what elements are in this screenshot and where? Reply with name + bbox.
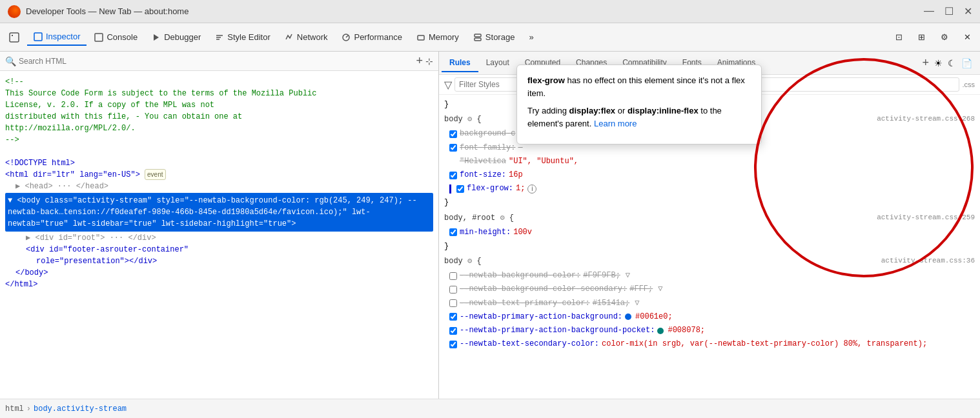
add-node-button[interactable]: + <box>416 54 423 68</box>
breadcrumb-html[interactable]: html <box>5 404 24 413</box>
css-property-flex-grow: flex-grow: <box>467 183 513 195</box>
tab-rules[interactable]: Rules <box>442 54 478 72</box>
css-property: --newtab-primary-action-background: <box>460 311 622 323</box>
performance-tab[interactable]: Performance <box>335 29 408 45</box>
html-line[interactable]: ▶ <div id="root"> ··· </div> <box>26 232 433 244</box>
filter-icon[interactable]: ▽ <box>635 297 639 310</box>
css-prop-row: --newtab-text-secondary-color: color-mix… <box>439 337 980 351</box>
tab-layout[interactable]: Layout <box>478 54 517 72</box>
css-value: 100v <box>513 226 532 239</box>
split-console-button[interactable]: ⊞ <box>912 29 932 45</box>
debugger-tab[interactable]: Debugger <box>145 29 207 45</box>
html-line: <!-- <box>5 76 433 88</box>
html-line: License, v. 2.0. If a copy of the MPL wa… <box>5 99 433 111</box>
console-label: Console <box>107 32 138 42</box>
more-tools-button[interactable]: » <box>522 29 540 45</box>
css-value: 16p <box>509 169 523 181</box>
html-line: </body> <box>15 267 433 279</box>
css-property: font-family: <box>460 142 515 154</box>
network-label: Network <box>297 32 328 42</box>
responsive-design-button[interactable]: ⊡ <box>889 29 909 45</box>
svg-rect-0 <box>10 33 19 42</box>
storage-label: Storage <box>485 32 515 42</box>
css-source-file[interactable]: activity-stream.css:259 <box>877 212 975 224</box>
prop-checkbox[interactable] <box>449 341 457 348</box>
selected-body-element[interactable]: ▼ <body class="activity-stream" style="-… <box>5 193 433 232</box>
filter-icon: ▽ <box>444 79 452 91</box>
css-property: min-height: <box>460 226 511 239</box>
css-source-file[interactable]: activity-stream.css:268 <box>877 114 975 125</box>
minimize-button[interactable]: — <box>924 5 934 17</box>
html-line: </html> <box>5 279 433 290</box>
search-icon: 🔍 <box>5 56 16 66</box>
css-closing-brace: } <box>439 195 980 210</box>
css-prop-row: --newtab-background-color-secondary: #FF… <box>439 283 980 296</box>
prop-checkbox[interactable] <box>456 185 464 193</box>
breadcrumb: html › body.activity-stream <box>0 399 980 418</box>
html-content: <!-- This Source Code Form is subject to… <box>0 71 438 399</box>
prop-checkbox[interactable] <box>449 144 457 152</box>
css-source-file[interactable]: activity-stream.css:36 <box>881 255 975 267</box>
settings-button[interactable]: ⚙ <box>934 29 955 45</box>
css-closing-brace: } <box>439 239 980 254</box>
maximize-button[interactable]: ☐ <box>944 5 954 17</box>
css-prop-row: "Helvetica "UI", "Ubuntu", <box>439 155 980 168</box>
style-editor-label: Style Editor <box>227 32 270 42</box>
css-rule-body-root: activity-stream.css:259 body, #root ⚙ { <box>439 211 980 226</box>
pick-element-button[interactable] <box>3 29 26 46</box>
prop-checkbox[interactable] <box>449 286 457 294</box>
settings-gear-icon[interactable]: ⚙ <box>500 214 504 223</box>
html-line[interactable]: <html dir="ltr" lang="en-US"> event <box>5 169 433 181</box>
prop-checkbox[interactable] <box>449 299 457 307</box>
css-prop-row: --newtab-text-primary-color: #15141a; ▽ <box>439 297 980 310</box>
titlebar-title: Developer Tools — New Tab — about:home <box>26 6 189 16</box>
titlebar-controls[interactable]: — ☐ ✕ <box>924 5 972 17</box>
prop-checkbox[interactable] <box>449 228 457 236</box>
light-theme-button[interactable]: ☀ <box>934 58 943 68</box>
devtools-toolbar: Inspector Console Debugger Style Editor … <box>0 23 980 52</box>
css-property: --newtab-background-color-secondary: <box>460 283 627 295</box>
add-rule-button[interactable]: + <box>922 56 929 70</box>
prop-checkbox[interactable] <box>449 272 457 280</box>
dark-theme-button[interactable]: ☾ <box>948 58 956 68</box>
prop-checkbox[interactable] <box>449 313 457 321</box>
tooltip-pre: Try adding <box>527 106 569 115</box>
search-html-input[interactable] <box>19 57 413 66</box>
html-line: This Source Code Form is subject to the … <box>5 88 433 99</box>
storage-tab[interactable]: Storage <box>467 29 522 45</box>
html-line: <!DOCTYPE html> <box>5 157 433 169</box>
breadcrumb-body[interactable]: body.activity-stream <box>34 404 127 413</box>
css-value: #15141a; <box>593 297 630 310</box>
memory-tab[interactable]: Memory <box>410 29 465 45</box>
network-tab[interactable]: Network <box>278 29 334 45</box>
html-line: <div id="footer-asrouter-container" <box>26 244 433 255</box>
settings-gear-icon[interactable]: ⚙ <box>467 115 472 124</box>
info-icon[interactable]: i <box>527 184 536 194</box>
debugger-label: Debugger <box>164 32 201 42</box>
style-editor-tab[interactable]: Style Editor <box>209 29 276 45</box>
css-prop-row: --newtab-background-color: #F9F9FB; ▽ <box>439 269 980 283</box>
screenshot-button[interactable]: 📄 <box>961 58 972 68</box>
css-prop-row: --newtab-primary-action-background: #006… <box>439 310 980 324</box>
tooltip-line2: Try adding display:flex or display:inlin… <box>527 104 751 130</box>
html-line[interactable]: ▶ <head> ··· </head> <box>15 181 433 192</box>
prop-checkbox[interactable] <box>449 172 457 179</box>
console-tab[interactable]: Console <box>88 29 144 45</box>
titlebar-left: Developer Tools — New Tab — about:home <box>8 5 189 18</box>
main-container: 🔍 + ⊹ <!-- This Source Code Form is subj… <box>0 52 980 399</box>
settings-gear-icon[interactable]: ⚙ <box>467 257 472 266</box>
learn-more-link[interactable]: Learn more <box>594 119 637 128</box>
css-value: #0061e0; <box>635 311 673 323</box>
filter-icon[interactable]: ▽ <box>626 270 630 282</box>
svg-marker-3 <box>154 34 159 41</box>
color-swatch[interactable] <box>625 314 631 320</box>
pick-node-button[interactable]: ⊹ <box>425 56 433 66</box>
prop-checkbox[interactable] <box>449 130 457 138</box>
color-swatch[interactable] <box>657 328 664 334</box>
svg-rect-6 <box>475 34 481 37</box>
inspector-tab[interactable]: Inspector <box>27 28 87 46</box>
prop-checkbox[interactable] <box>449 327 457 335</box>
filter-icon[interactable]: ▽ <box>658 283 662 295</box>
close-devtools-button[interactable]: ✕ <box>957 29 977 45</box>
close-button[interactable]: ✕ <box>964 5 972 17</box>
